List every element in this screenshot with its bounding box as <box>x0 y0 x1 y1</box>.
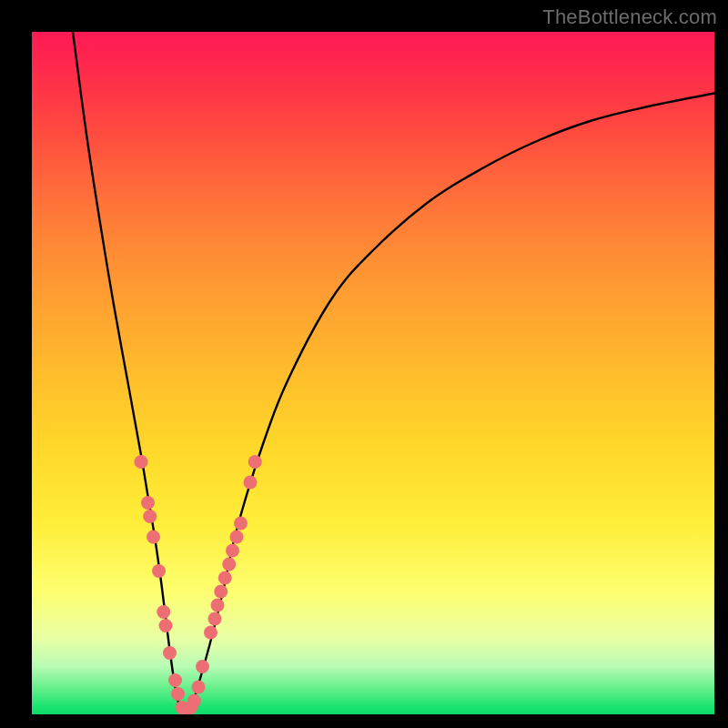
marker-dot <box>211 599 225 612</box>
marker-dot <box>163 646 177 660</box>
marker-dot <box>204 626 217 640</box>
chart-frame: TheBottleneck.com <box>0 0 728 728</box>
marker-dot <box>159 619 173 632</box>
marker-dot <box>214 585 228 599</box>
curve-layer <box>32 32 714 714</box>
marker-dot <box>187 694 201 708</box>
marker-dot <box>248 455 262 469</box>
marker-dot <box>168 673 182 687</box>
marker-group <box>135 455 262 714</box>
marker-dot <box>222 558 236 571</box>
plot-area <box>32 32 714 714</box>
marker-dot <box>234 517 248 531</box>
marker-dot <box>208 612 222 626</box>
marker-dot <box>196 660 209 673</box>
marker-dot <box>192 681 206 694</box>
marker-dot <box>218 571 232 585</box>
marker-dot <box>157 605 170 619</box>
marker-dot <box>141 496 155 510</box>
watermark-text: TheBottleneck.com <box>542 5 717 29</box>
marker-dot <box>147 531 160 544</box>
marker-dot <box>244 476 258 490</box>
marker-dot <box>230 531 244 544</box>
marker-dot <box>135 455 148 469</box>
marker-dot <box>152 564 166 578</box>
marker-dot <box>143 510 157 523</box>
marker-dot <box>171 687 185 701</box>
marker-dot <box>226 544 239 558</box>
